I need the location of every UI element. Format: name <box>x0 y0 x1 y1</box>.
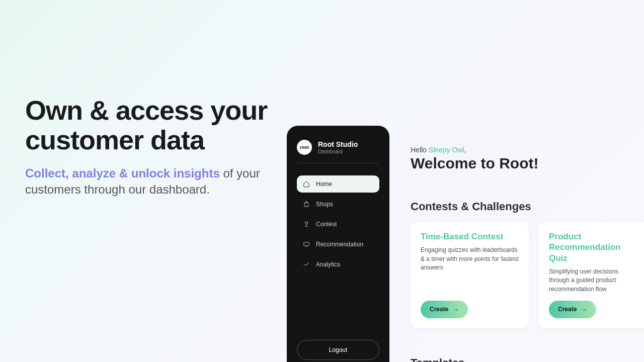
hero-headline: Own & access your customer data <box>25 96 287 155</box>
create-label: Create <box>558 306 577 313</box>
contest-card: Product Recommendation Quiz Simplifying … <box>539 222 644 328</box>
nav-label: Home <box>316 180 332 188</box>
hello-prefix: Hello <box>411 146 429 154</box>
logout-button[interactable]: Logout <box>297 340 379 360</box>
section-templates-title: Templates <box>411 356 644 362</box>
card-title: Product Recommendation Quiz <box>549 231 639 263</box>
nav-item-shops[interactable]: Shops <box>297 196 379 213</box>
hero-sub-accent: Collect, analyze & unlock insights <box>25 166 220 180</box>
greeting: Hello Sleepy Owl, <box>411 146 538 154</box>
brand-logo: root <box>297 140 312 155</box>
contests-row: Time-Based Contest Engaging quizzes with… <box>411 222 644 328</box>
create-button[interactable]: Create → <box>421 301 468 318</box>
card-title: Time-Based Contest <box>421 231 519 242</box>
user-name: Sleepy Owl <box>429 146 464 154</box>
brand-sub: Dashboard <box>318 149 358 154</box>
arrow-right-icon: → <box>452 306 459 313</box>
brand[interactable]: root Root Studio Dashboard <box>297 140 379 155</box>
create-button[interactable]: Create → <box>549 301 596 318</box>
nav-item-recommendation[interactable]: Recommendation <box>297 236 379 253</box>
section-contests-title: Contests & Challenges <box>411 200 644 213</box>
nav-item-contest[interactable]: Contest <box>297 216 379 233</box>
hello-suffix: , <box>464 146 466 154</box>
bag-icon <box>303 201 310 208</box>
hero-subheadline: Collect, analyze & unlock insights of yo… <box>25 165 287 198</box>
divider <box>297 163 379 163</box>
brand-name: Root Studio <box>318 140 358 148</box>
contest-card: Time-Based Contest Engaging quizzes with… <box>411 222 529 328</box>
nav-label: Recommendation <box>316 241 363 248</box>
arrow-right-icon: → <box>581 306 587 313</box>
chart-icon <box>303 261 310 268</box>
chat-icon <box>303 241 310 248</box>
nav-label: Analytics <box>316 261 340 268</box>
nav: Home Shops Contest <box>297 175 379 336</box>
trophy-icon <box>303 221 310 228</box>
svg-rect-0 <box>304 242 309 246</box>
card-desc: Engaging quizzes with leaderboards & a t… <box>421 246 519 294</box>
app-window: root Root Studio Dashboard Home <box>287 126 644 362</box>
sidebar: root Root Studio Dashboard Home <box>287 126 389 362</box>
welcome-title: Welcome to Root! <box>411 155 538 172</box>
card-desc: Simplifying user decisions through a gui… <box>549 267 639 294</box>
main-content: Hello Sleepy Owl, Welcome to Root! Se Co… <box>389 126 644 362</box>
nav-label: Contest <box>316 221 337 228</box>
nav-item-analytics[interactable]: Analytics <box>297 256 379 273</box>
home-icon <box>303 180 310 188</box>
nav-label: Shops <box>316 201 333 208</box>
nav-item-home[interactable]: Home <box>297 175 379 193</box>
create-label: Create <box>430 306 448 313</box>
